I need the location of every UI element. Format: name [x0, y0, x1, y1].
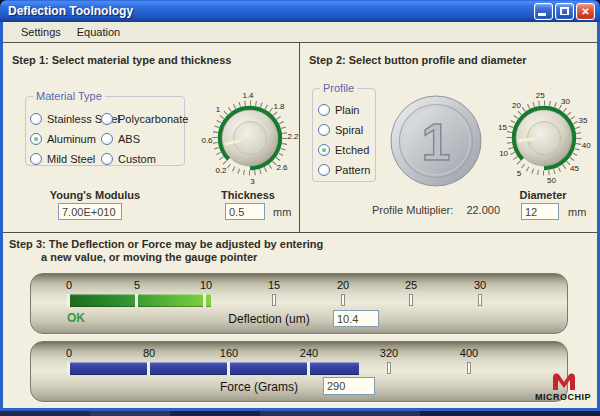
radio-label: Pattern	[335, 164, 370, 176]
profile-multiplier-value: 22.000	[466, 204, 500, 216]
microchip-logo: MICROCHIP	[523, 371, 600, 409]
bar-notch	[147, 362, 150, 375]
bar-notch	[203, 294, 206, 307]
radio-etched[interactable]: Etched	[318, 143, 369, 157]
minimize-button[interactable]	[534, 3, 553, 20]
knob-tick-label: 35	[579, 116, 588, 125]
knob-tick-label: 2.6	[276, 163, 288, 172]
knob-tick-label: 5	[517, 169, 522, 178]
force-input[interactable]	[323, 377, 375, 395]
radio-pattern[interactable]: Pattern	[318, 163, 370, 177]
menu-bar: Settings Equation	[3, 22, 597, 42]
radio-mild-steel[interactable]: Mild Steel	[30, 152, 95, 166]
microchip-wordmark: MICROCHIP	[523, 392, 600, 402]
youngs-modulus-input[interactable]	[58, 203, 122, 220]
step3-heading-line1: Step 3: The Deflection or Force may be a…	[9, 238, 323, 250]
knob-tick-label: 15	[498, 123, 507, 132]
deflection-gauge: 0 5 10 15 20 25 30	[30, 273, 568, 334]
gauge-tick-label: 0	[51, 347, 87, 359]
radio-spiral[interactable]: Spiral	[318, 123, 363, 137]
step1-heading: Step 1: Select material type and thickne…	[12, 54, 231, 66]
radio-label: Polycarbonate	[118, 113, 188, 125]
window-title: Deflection Toolnology	[8, 4, 532, 18]
deflection-gauge-label: Deflection (um)	[189, 312, 349, 326]
radio-circle[interactable]	[318, 164, 330, 176]
youngs-modulus-label: Young's Modulus	[35, 189, 155, 201]
radio-plain[interactable]: Plain	[318, 103, 359, 117]
screen: Deflection Toolnology ✕ Settings Equatio…	[0, 0, 600, 416]
radio-circle[interactable]	[318, 124, 330, 136]
radio-circle[interactable]	[101, 133, 113, 145]
radio-circle[interactable]	[101, 153, 113, 165]
step3-heading-line2: a new value, or moving the gauge pointer	[41, 251, 257, 263]
gauge-tick	[272, 294, 276, 306]
thickness-label: Thickness	[203, 189, 293, 201]
microchip-m-icon	[552, 371, 576, 391]
knob-tick-label: 0.6	[201, 136, 213, 145]
radio-label: Etched	[335, 144, 369, 156]
radio-circle[interactable]	[30, 113, 42, 125]
thickness-input[interactable]	[225, 203, 265, 220]
radio-label: ABS	[118, 133, 140, 145]
deflection-bar[interactable]	[67, 294, 211, 307]
radio-label: Aluminum	[47, 133, 96, 145]
title-bar[interactable]: Deflection Toolnology ✕	[0, 0, 600, 22]
step3-panel: Step 3: The Deflection or Force may be a…	[3, 232, 597, 408]
force-bar[interactable]	[67, 362, 359, 375]
force-gauge: 0 80 160 240 320 400	[30, 341, 568, 402]
step1-panel: Step 1: Select material type and thickne…	[3, 42, 300, 232]
diameter-input[interactable]	[521, 203, 559, 220]
menu-equation[interactable]: Equation	[69, 24, 128, 40]
radio-circle-selected[interactable]	[318, 144, 330, 156]
gauge-tick-label: 10	[188, 279, 224, 291]
radio-label: Custom	[118, 153, 156, 165]
knob-tick-label: 20	[512, 101, 521, 110]
maximize-button[interactable]	[555, 3, 574, 20]
diameter-knob[interactable]: 5 10 15 20 25 30 35 40 45 50	[494, 88, 594, 188]
radio-circle[interactable]	[318, 104, 330, 116]
knob-tick-label: 30	[561, 97, 570, 106]
button-profile-image: 1	[388, 93, 484, 189]
gauge-tick-label: 25	[393, 279, 429, 291]
taskbar-strip	[0, 411, 600, 416]
radio-custom[interactable]: Custom	[101, 152, 156, 166]
material-type-legend: Material Type	[33, 90, 105, 102]
menu-settings[interactable]: Settings	[13, 24, 69, 40]
gauge-tick-label: 240	[291, 347, 327, 359]
knob-tick-label: 10	[499, 149, 508, 158]
profile-legend: Profile	[320, 82, 357, 94]
knob-pointer[interactable]	[519, 139, 534, 141]
radio-aluminum[interactable]: Aluminum	[30, 132, 96, 146]
radio-abs[interactable]: ABS	[101, 132, 140, 146]
minimize-icon	[538, 13, 546, 16]
radio-label: Spiral	[335, 124, 363, 136]
knob-tick-label: 3	[250, 177, 255, 186]
thickness-unit: mm	[273, 206, 291, 218]
radio-polycarbonate[interactable]: Polycarbonate	[101, 112, 188, 126]
gauge-tick-label: 160	[211, 347, 247, 359]
radio-circle[interactable]	[101, 113, 113, 125]
gauge-tick-label: 20	[325, 279, 361, 291]
knob-tick-label: 25	[536, 91, 545, 100]
knob-tick-label: 2.2	[287, 132, 299, 141]
gauge-tick	[341, 294, 345, 306]
deflection-input[interactable]	[333, 310, 379, 327]
gauge-tick-label: 80	[131, 347, 167, 359]
bar-notch	[67, 362, 70, 375]
close-button[interactable]: ✕	[576, 3, 595, 20]
knob-tick-label: 1.4	[242, 91, 254, 100]
gauge-tick-label: 30	[462, 279, 498, 291]
gauge-tick-label: 5	[119, 279, 155, 291]
knob-tick-label: 45	[570, 164, 579, 173]
thickness-knob[interactable]: 0.2 0.6 1 1.4 1.8 2.2 2.6 3	[200, 88, 300, 188]
radio-circle-selected[interactable]	[30, 133, 42, 145]
app-window: Deflection Toolnology ✕ Settings Equatio…	[0, 0, 600, 411]
bar-notch	[135, 294, 138, 307]
gauge-tick-label: 15	[256, 279, 292, 291]
step2-heading: Step 2: Select button profile and diamet…	[309, 54, 527, 66]
material-type-groupbox: Material Type Stainless Steel Aluminum M…	[25, 96, 185, 166]
knob-tick-label: 50	[547, 176, 556, 185]
radio-circle[interactable]	[30, 153, 42, 165]
coin-number: 1	[422, 113, 451, 171]
gauge-tick	[478, 294, 482, 306]
